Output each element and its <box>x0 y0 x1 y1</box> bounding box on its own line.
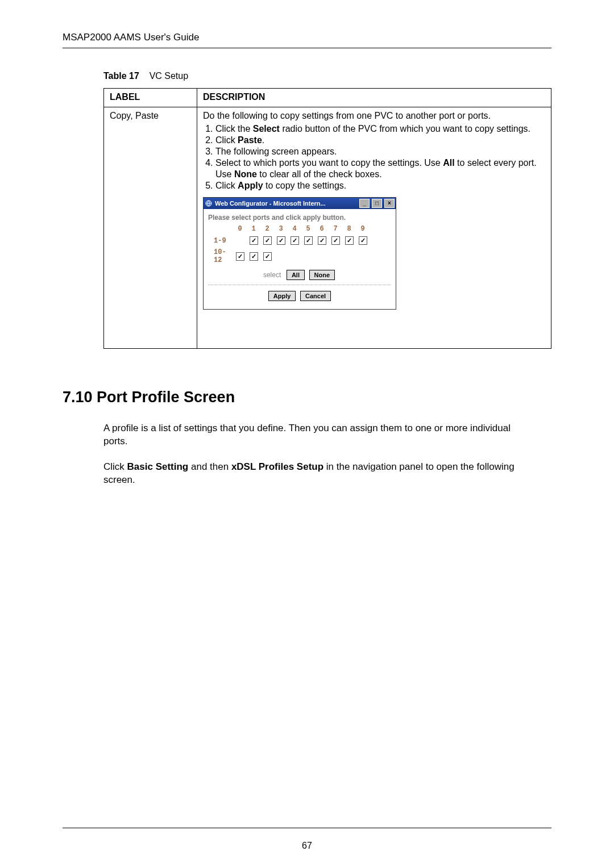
col-header-2: 2 <box>265 225 269 233</box>
header-rule: MSAP2000 AAMS User's Guide <box>63 32 551 48</box>
step-1-bold: Select <box>253 124 280 133</box>
checkbox-port-7[interactable]: ✓ <box>331 236 340 245</box>
checkbox-port-3[interactable]: ✓ <box>277 236 285 245</box>
col-header-7: 7 <box>333 225 337 233</box>
col-header-9: 9 <box>360 225 364 233</box>
table-caption-title: VC Setup <box>150 71 188 81</box>
th-description: DESCRIPTION <box>197 89 551 107</box>
checkbox-port-12[interactable]: ✓ <box>263 252 272 261</box>
p2-bold-xdsl: xDSL Profiles Setup <box>231 461 323 472</box>
step-2: Click Paste. <box>215 135 545 146</box>
col-header-6: 6 <box>320 225 323 233</box>
step-4: Select to which ports you want to copy t… <box>215 157 545 180</box>
checkbox-port-9[interactable]: ✓ <box>359 236 367 245</box>
checkbox-port-4[interactable]: ✓ <box>291 236 299 245</box>
step-5-text-c: to copy the settings. <box>263 181 347 190</box>
window-body: Please select ports and click apply butt… <box>204 209 396 309</box>
col-header-8: 8 <box>347 225 351 233</box>
checkbox-port-8[interactable]: ✓ <box>345 236 354 245</box>
section-heading: 7.10 Port Profile Screen <box>63 389 551 406</box>
all-button[interactable]: All <box>287 270 305 280</box>
step-1-text-c: radio button of the PVC from which you w… <box>280 124 530 133</box>
desc-intro: Do the following to copy settings from o… <box>203 111 545 121</box>
embedded-window: Web Configurator - Microsoft Intern... _… <box>203 197 396 310</box>
step-1: Click the Select radio button of the PVC… <box>215 123 545 135</box>
close-button[interactable]: × <box>384 199 395 208</box>
row-label-10-12: 10-12 <box>208 248 233 264</box>
step-3: The following screen appears. <box>215 146 545 157</box>
step-4-bold-all: All <box>443 158 454 168</box>
section-paragraph-1: A profile is a list of settings that you… <box>103 422 536 448</box>
row-label-1-9: 1-9 <box>208 237 226 245</box>
checkbox-port-5[interactable]: ✓ <box>304 236 313 245</box>
col-header-1: 1 <box>251 225 255 233</box>
checkbox-port-1[interactable]: ✓ <box>250 236 258 245</box>
window-title: Web Configurator - Microsoft Intern... <box>215 200 357 207</box>
maximize-button[interactable]: □ <box>372 199 382 208</box>
step-4-bold-none: None <box>234 169 257 179</box>
select-label: select <box>263 271 281 279</box>
action-row: Apply Cancel <box>208 291 391 301</box>
section-paragraph-2: Click Basic Setting and then xDSL Profil… <box>103 461 536 487</box>
window-prompt: Please select ports and click apply butt… <box>208 214 391 222</box>
col-header-4: 4 <box>292 225 296 233</box>
step-1-text-a: Click the <box>215 124 253 133</box>
select-row: select All None <box>208 270 391 280</box>
running-header: MSAP2000 AAMS User's Guide <box>63 32 551 43</box>
divider <box>208 285 391 285</box>
step-4-text-a: Select to which ports you want to copy t… <box>215 158 443 168</box>
table-caption-label: Table 17 <box>103 71 139 81</box>
none-button[interactable]: None <box>309 270 335 280</box>
step-5: Click Apply to copy the settings. <box>215 180 545 191</box>
checkbox-port-6[interactable]: ✓ <box>318 236 326 245</box>
cancel-button[interactable]: Cancel <box>300 291 331 301</box>
window-titlebar: Web Configurator - Microsoft Intern... _… <box>204 198 396 209</box>
p2-bold-basic: Basic Setting <box>127 461 189 472</box>
row-label-cell: Copy, Paste <box>104 107 197 349</box>
step-5-bold: Apply <box>238 181 263 190</box>
embedded-window-wrap: Web Configurator - Microsoft Intern... _… <box>203 197 545 310</box>
col-header-3: 3 <box>279 225 283 233</box>
step-2-text-c: . <box>262 135 264 145</box>
steps-list: Click the Select radio button of the PVC… <box>203 123 545 191</box>
step-2-bold: Paste <box>238 135 262 145</box>
apply-button[interactable]: Apply <box>268 291 296 301</box>
col-header-0: 0 <box>238 225 242 233</box>
vc-setup-table: LABEL DESCRIPTION Copy, Paste Do the fol… <box>103 88 551 349</box>
ie-icon <box>205 199 213 207</box>
minimize-button[interactable]: _ <box>359 199 370 208</box>
row-description-cell: Do the following to copy settings from o… <box>197 107 551 349</box>
table-caption: Table 17 VC Setup <box>103 71 551 81</box>
checkbox-port-10[interactable]: ✓ <box>236 252 244 261</box>
port-grid: 0 1 2 3 4 5 6 7 8 9 <box>208 225 391 264</box>
page-number: 67 <box>0 841 614 851</box>
page: MSAP2000 AAMS User's Guide Table 17 VC S… <box>0 0 614 868</box>
th-label: LABEL <box>104 89 197 107</box>
footer-rule <box>63 828 551 828</box>
col-header-5: 5 <box>306 225 310 233</box>
step-5-text-a: Click <box>215 181 238 190</box>
checkbox-port-2[interactable]: ✓ <box>263 236 272 245</box>
p2-a: Click <box>103 461 127 472</box>
step-2-text-a: Click <box>215 135 238 145</box>
checkbox-port-11[interactable]: ✓ <box>250 252 258 261</box>
step-4-text-e: to clear all of the check boxes. <box>257 169 382 179</box>
p2-c: and then <box>188 461 231 472</box>
